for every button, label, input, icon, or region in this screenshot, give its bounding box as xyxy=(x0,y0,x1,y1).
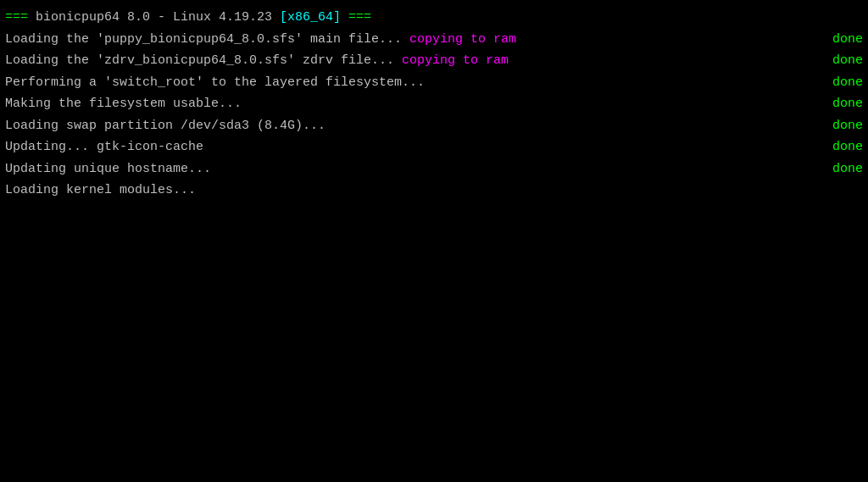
line1-prefix: Loading the 'puppy_bionicpup64_8.0.sfs' … xyxy=(5,29,409,51)
boot-line-5: Loading swap partition /dev/sda3 (8.4G).… xyxy=(5,115,863,137)
line2-prefix: Loading the 'zdrv_bionicpup64_8.0.sfs' z… xyxy=(5,50,402,72)
boot-line-7: Updating unique hostname...done xyxy=(5,158,863,180)
title-name: bionicpup64 8.0 - Linux 4.19.23 xyxy=(36,7,280,29)
line3-done: done xyxy=(832,72,863,94)
line7-done: done xyxy=(832,158,863,180)
line8-prefix: Loading kernel modules... xyxy=(5,180,196,202)
line1-highlight: copying to ram xyxy=(409,29,516,51)
line6-prefix: Updating... gtk-icon-cache xyxy=(5,136,203,158)
line7-prefix: Updating unique hostname... xyxy=(5,158,211,180)
line6-done: done xyxy=(832,136,863,158)
line5-prefix: Loading swap partition /dev/sda3 (8.4G).… xyxy=(5,115,326,137)
title-arch-close: ] xyxy=(333,7,341,29)
boot-line-8: Loading kernel modules... xyxy=(5,180,863,202)
boot-line-4: Making the filesystem usable...done xyxy=(5,93,863,115)
boot-line-6: Updating... gtk-icon-cachedone xyxy=(5,136,863,158)
title-arch: x86_64 xyxy=(287,7,333,29)
line1-done: done xyxy=(832,29,863,51)
boot-line-1: Loading the 'puppy_bionicpup64_8.0.sfs' … xyxy=(5,29,863,51)
terminal-window: === bionicpup64 8.0 - Linux 4.19.23 [x86… xyxy=(0,0,868,482)
title-suffix: === xyxy=(341,7,371,29)
line2-done: done xyxy=(832,50,863,72)
title-arch-open: [ xyxy=(280,7,287,29)
title-line: === bionicpup64 8.0 - Linux 4.19.23 [x86… xyxy=(5,7,863,29)
title-prefix: === xyxy=(5,7,36,29)
line4-done: done xyxy=(832,93,863,115)
line5-done: done xyxy=(832,115,863,137)
line2-highlight: copying to ram xyxy=(402,50,509,72)
boot-line-2: Loading the 'zdrv_bionicpup64_8.0.sfs' z… xyxy=(5,50,863,72)
line3-prefix: Performing a 'switch_root' to the layere… xyxy=(5,72,425,94)
line4-prefix: Making the filesystem usable... xyxy=(5,93,242,115)
boot-line-3: Performing a 'switch_root' to the layere… xyxy=(5,72,863,94)
